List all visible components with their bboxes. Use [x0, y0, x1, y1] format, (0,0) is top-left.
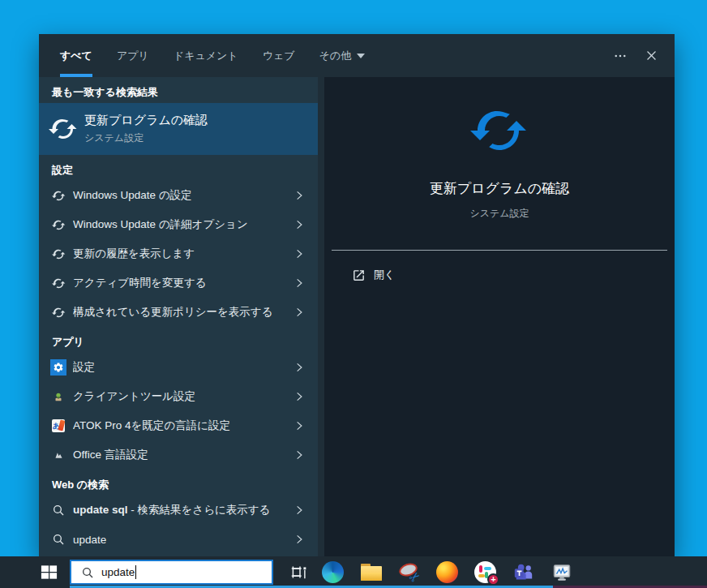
- taskbar-search-input[interactable]: update: [70, 560, 273, 585]
- ellipsis-icon: [613, 49, 628, 63]
- tab-documents[interactable]: ドキュメント: [174, 34, 238, 77]
- results-panel: 最も一致する検索結果 更新プログラムの確認 システム設定 設定: [39, 77, 318, 556]
- open-icon: [352, 268, 366, 282]
- performance-monitor-taskbar-button[interactable]: [542, 556, 581, 588]
- text-cursor: [135, 565, 136, 579]
- snipping-tool-icon: ✂: [398, 561, 420, 583]
- refresh-icon: [50, 187, 66, 204]
- result-label: 構成されている更新ポリシーを表示する: [73, 305, 272, 320]
- best-match-text: 更新プログラムの確認 システム設定: [84, 113, 208, 145]
- chevron-right-icon[interactable]: [294, 449, 305, 461]
- preview-panel: 更新プログラムの確認 システム設定 開く: [324, 77, 675, 556]
- result-office-language-settings[interactable]: Office 言語設定: [39, 440, 318, 470]
- tab-apps[interactable]: アプリ: [117, 34, 149, 77]
- refresh-icon: [470, 101, 529, 160]
- result-label: アクティブ時間を変更する: [73, 276, 207, 290]
- result-windows-update-advanced[interactable]: Windows Update の詳細オプション: [39, 210, 318, 239]
- section-header-apps: アプリ: [39, 327, 318, 353]
- search-icon: [81, 566, 94, 579]
- notification-badge: +: [487, 573, 499, 586]
- best-match-item[interactable]: 更新プログラムの確認 システム設定: [39, 103, 318, 155]
- search-icon: [50, 502, 66, 518]
- result-label: Office 言語設定: [73, 448, 148, 462]
- result-web-update-sql[interactable]: update sql - 検索結果をさらに表示する: [39, 496, 318, 525]
- taskbar: update ✂: [0, 556, 707, 588]
- best-match-title: 更新プログラムの確認: [84, 113, 208, 128]
- chevron-right-icon[interactable]: [294, 248, 305, 260]
- result-settings-app[interactable]: 設定: [39, 353, 318, 382]
- chevron-right-icon[interactable]: [294, 307, 305, 318]
- result-client-tool-settings[interactable]: クライアントツール設定: [39, 382, 318, 411]
- tab-web[interactable]: ウェブ: [263, 34, 295, 77]
- result-windows-update-settings[interactable]: Windows Update の設定: [39, 181, 318, 210]
- file-explorer-taskbar-button[interactable]: [352, 556, 390, 588]
- chevron-right-icon[interactable]: [294, 504, 305, 516]
- section-header-settings: 設定: [39, 155, 318, 181]
- refresh-icon: [50, 275, 66, 291]
- best-match-subtitle: システム設定: [84, 131, 208, 145]
- search-icon: [50, 531, 66, 547]
- file-explorer-icon: [361, 564, 382, 581]
- web-query-suffix: - 検索結果をさらに表示する: [128, 504, 271, 516]
- firefox-icon: [436, 561, 458, 583]
- chevron-right-icon[interactable]: [294, 190, 305, 201]
- result-atok-default-language[interactable]: あ ATOK Pro 4を既定の言語に設定: [39, 411, 318, 440]
- close-button[interactable]: [636, 41, 666, 71]
- more-options-button[interactable]: [605, 41, 636, 71]
- windows-logo-icon: [40, 563, 58, 582]
- open-label: 開く: [374, 268, 395, 282]
- firefox-taskbar-button[interactable]: [428, 556, 466, 588]
- slack-icon: +: [474, 561, 496, 583]
- result-label: クライアントツール設定: [73, 389, 195, 404]
- task-view-icon: [289, 564, 307, 582]
- desktop: すべて アプリ ドキュメント ウェブ その他: [0, 0, 707, 588]
- web-query: update sql: [73, 504, 128, 516]
- chevron-right-icon[interactable]: [294, 277, 305, 289]
- best-match-header: 最も一致する検索結果: [39, 77, 318, 103]
- chevron-right-icon[interactable]: [294, 362, 305, 373]
- atok-icon: あ: [50, 418, 66, 434]
- client-tool-icon: [50, 388, 66, 405]
- teams-taskbar-button[interactable]: [504, 556, 542, 588]
- edge-taskbar-button[interactable]: [314, 556, 352, 588]
- refresh-icon: [49, 114, 78, 144]
- web-query: update: [73, 534, 106, 546]
- result-label: ATOK Pro 4を既定の言語に設定: [73, 418, 230, 433]
- result-label: 更新の履歴を表示します: [73, 247, 195, 261]
- result-web-update[interactable]: update: [39, 525, 318, 554]
- refresh-icon: [50, 246, 66, 262]
- result-label: update: [73, 534, 106, 546]
- chevron-right-icon[interactable]: [294, 534, 305, 545]
- start-button[interactable]: [36, 560, 62, 586]
- preview-title: 更新プログラムの確認: [430, 179, 569, 198]
- result-label: Windows Update の詳細オプション: [73, 217, 248, 232]
- tab-more-label: その他: [319, 49, 352, 63]
- preview-divider: [332, 250, 667, 251]
- chevron-down-icon: [357, 54, 365, 58]
- close-icon: [645, 49, 658, 62]
- chevron-right-icon[interactable]: [294, 219, 305, 230]
- refresh-icon: [50, 304, 66, 320]
- office-language-icon: [50, 447, 66, 463]
- open-action[interactable]: 開く: [345, 264, 401, 285]
- chevron-right-icon[interactable]: [294, 420, 305, 431]
- result-update-history[interactable]: 更新の履歴を表示します: [39, 239, 318, 268]
- search-tabbar: すべて アプリ ドキュメント ウェブ その他: [39, 34, 675, 77]
- tab-all[interactable]: すべて: [60, 34, 92, 77]
- result-active-hours[interactable]: アクティブ時間を変更する: [39, 268, 318, 298]
- result-label: 設定: [73, 360, 95, 375]
- gear-icon: [53, 362, 64, 373]
- chevron-right-icon[interactable]: [294, 391, 305, 402]
- search-flyout: すべて アプリ ドキュメント ウェブ その他: [39, 34, 675, 556]
- result-label: update sql - 検索結果をさらに表示する: [73, 503, 270, 517]
- settings-app-icon: [50, 359, 66, 376]
- result-update-policies[interactable]: 構成されている更新ポリシーを表示する: [39, 298, 318, 327]
- task-view-button[interactable]: [283, 560, 314, 586]
- search-input-value: update: [101, 566, 135, 578]
- snipping-tool-taskbar-button[interactable]: ✂: [390, 556, 428, 588]
- edge-icon: [322, 561, 344, 583]
- teams-icon: [512, 561, 534, 583]
- section-header-web: Web の検索: [39, 470, 318, 496]
- tab-more[interactable]: その他: [319, 34, 366, 77]
- slack-taskbar-button[interactable]: +: [466, 556, 504, 588]
